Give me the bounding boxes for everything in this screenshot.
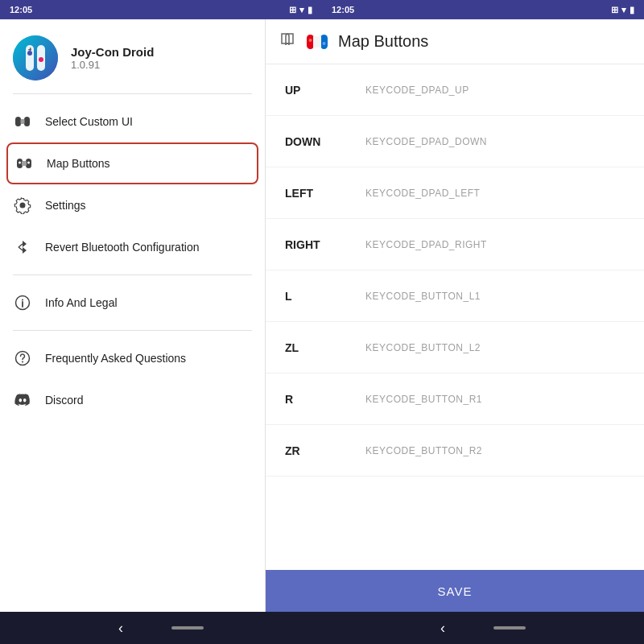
button-keycode-value: KEYCODE_DPAD_UP	[365, 85, 469, 96]
joycon-svg	[13, 35, 58, 80]
button-keycode-value: KEYCODE_BUTTON_R1	[365, 394, 482, 405]
section-divider-1	[13, 275, 252, 275]
panel-title: Map Buttons	[338, 32, 428, 51]
svg-rect-9	[21, 119, 25, 124]
button-keycode-value: KEYCODE_DPAD_RIGHT	[365, 239, 487, 250]
switch-icon-status: ⊞	[289, 5, 296, 15]
panel-header: Map Buttons	[266, 19, 644, 64]
book-icon	[279, 31, 296, 52]
main-content: Joy-Con Droid 1.0.91 Select Custom UI	[0, 19, 644, 612]
back-button-right[interactable]: ‹	[440, 620, 445, 637]
table-row[interactable]: RKEYCODE_BUTTON_R1	[266, 374, 644, 425]
revert-bluetooth-label: Revert Bluetooth Configuration	[45, 241, 199, 254]
wifi-icon-right: ▾	[621, 5, 626, 15]
sidebar-item-revert-bluetooth[interactable]: Revert Bluetooth Configuration	[0, 226, 265, 268]
table-row[interactable]: ZRKEYCODE_BUTTON_R2	[266, 425, 644, 477]
save-button[interactable]: Save	[266, 570, 644, 612]
table-row[interactable]: DOWNKEYCODE_DPAD_DOWN	[266, 116, 644, 167]
svg-point-3	[27, 51, 32, 56]
button-list: UPKEYCODE_DPAD_UPDOWNKEYCODE_DPAD_DOWNLE…	[266, 64, 644, 570]
time-right: 12:05	[332, 5, 354, 14]
drawer: Joy-Con Droid 1.0.91 Select Custom UI	[0, 19, 266, 612]
gamepad-icon	[14, 154, 34, 173]
table-row[interactable]: RIGHTKEYCODE_DPAD_RIGHT	[266, 219, 644, 270]
sidebar-item-discord[interactable]: Discord	[0, 379, 265, 421]
back-button-left[interactable]: ‹	[118, 620, 123, 637]
svg-point-21	[22, 361, 23, 363]
battery-icon-right: ▮	[630, 5, 634, 15]
button-name-label: LEFT	[285, 187, 365, 200]
button-name-label: UP	[285, 84, 365, 97]
button-keycode-value: KEYCODE_DPAD_LEFT	[365, 188, 480, 199]
nintendo-switch-icon	[306, 31, 328, 53]
button-name-label: RIGHT	[285, 238, 365, 251]
button-keycode-value: KEYCODE_BUTTON_R2	[365, 445, 482, 456]
button-name-label: ZR	[285, 444, 365, 457]
button-name-label: R	[285, 393, 365, 406]
save-bar[interactable]: Save	[266, 570, 644, 612]
svg-point-4	[39, 57, 43, 62]
button-name-label: ZL	[285, 341, 365, 354]
status-icons-left: ⊞ ▾ ▮	[289, 5, 312, 15]
app-info: Joy-Con Droid 1.0.91	[71, 45, 154, 71]
status-bars: 12:05 ⊞ ▾ ▮ 12:05 ⊞ ▾ ▮	[0, 0, 644, 19]
svg-rect-7	[15, 117, 21, 126]
svg-line-15	[19, 244, 23, 247]
button-keycode-value: KEYCODE_BUTTON_L1	[365, 291, 481, 302]
sidebar-item-info-legal[interactable]: Info And Legal	[0, 282, 265, 324]
app-icon	[13, 35, 58, 80]
status-icons-right: ⊞ ▾ ▮	[611, 5, 634, 15]
svg-rect-6	[30, 47, 31, 51]
home-button-left[interactable]	[171, 626, 204, 630]
settings-label: Settings	[45, 199, 86, 212]
app-version: 1.0.91	[71, 59, 154, 71]
section-divider-2	[13, 330, 252, 331]
status-bar-right: 12:05 ⊞ ▾ ▮	[322, 0, 644, 19]
wifi-icon-left: ▾	[299, 5, 304, 15]
bottom-nav-right: ‹	[322, 612, 644, 644]
svg-point-19	[22, 299, 23, 301]
faq-label: Frequently Asked Questions	[45, 352, 186, 365]
discord-icon	[13, 390, 32, 410]
button-name-label: DOWN	[285, 135, 365, 148]
right-panel: Map Buttons UPKEYCODE_DPAD_UPDOWNKEYCODE…	[266, 19, 644, 612]
sidebar-item-select-custom-ui[interactable]: Select Custom UI	[0, 101, 265, 142]
button-keycode-value: KEYCODE_DPAD_DOWN	[365, 136, 487, 147]
svg-point-14	[27, 162, 30, 164]
svg-rect-8	[24, 117, 30, 126]
bottom-nav-left: ‹	[0, 612, 322, 644]
app-name: Joy-Con Droid	[71, 45, 154, 59]
battery-icon-left: ▮	[308, 5, 312, 15]
svg-point-26	[323, 42, 326, 45]
table-row[interactable]: LEFTKEYCODE_DPAD_LEFT	[266, 167, 644, 219]
sidebar-item-faq[interactable]: Frequently Asked Questions	[0, 337, 265, 379]
table-row[interactable]: UPKEYCODE_DPAD_UP	[266, 64, 644, 116]
svg-rect-27	[313, 36, 321, 47]
help-icon	[13, 349, 32, 368]
svg-line-16	[19, 247, 23, 250]
info-icon	[13, 293, 32, 312]
svg-point-25	[309, 39, 312, 42]
switch-icon-status-right: ⊞	[611, 5, 618, 15]
svg-point-0	[13, 35, 58, 80]
button-name-label: L	[285, 290, 365, 303]
map-buttons-label: Map Buttons	[47, 157, 110, 170]
status-bar-left: 12:05 ⊞ ▾ ▮	[0, 0, 322, 19]
home-button-right[interactable]	[493, 626, 526, 630]
discord-label: Discord	[45, 394, 83, 407]
svg-rect-12	[22, 161, 27, 166]
info-legal-label: Info And Legal	[45, 296, 118, 309]
svg-point-13	[19, 162, 21, 164]
gear-icon	[13, 196, 32, 215]
bottom-nav: ‹ ‹	[0, 612, 644, 644]
button-keycode-value: KEYCODE_BUTTON_L2	[365, 342, 481, 353]
switch-icon	[13, 112, 32, 131]
drawer-items: Select Custom UI Map Buttons	[0, 94, 265, 612]
time-left: 12:05	[10, 5, 32, 14]
drawer-header: Joy-Con Droid 1.0.91	[0, 19, 265, 93]
table-row[interactable]: ZLKEYCODE_BUTTON_L2	[266, 322, 644, 374]
sidebar-item-map-buttons[interactable]: Map Buttons	[6, 142, 258, 184]
sidebar-item-settings[interactable]: Settings	[0, 184, 265, 226]
bluetooth-icon	[13, 237, 32, 257]
table-row[interactable]: LKEYCODE_BUTTON_L1	[266, 270, 644, 322]
